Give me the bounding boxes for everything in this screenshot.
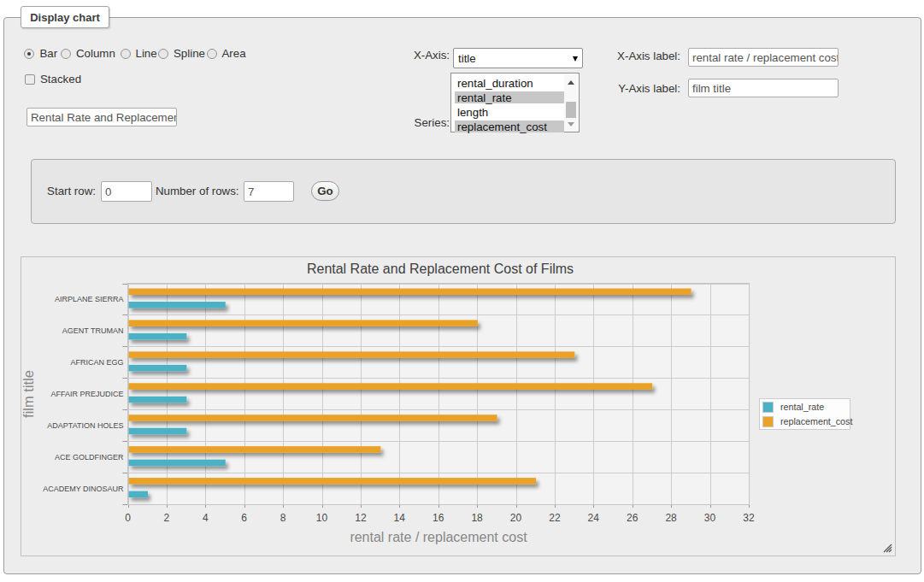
svg-text:replacement_cost: replacement_cost — [780, 416, 852, 426]
svg-text:28: 28 — [665, 512, 677, 524]
svg-text:6: 6 — [241, 512, 247, 524]
svg-text:ACE GOLDFINGER: ACE GOLDFINGER — [55, 453, 124, 461]
svg-text:rental rate / replacement cost: rental rate / replacement cost — [350, 530, 527, 544]
svg-text:26: 26 — [627, 512, 639, 524]
svg-text:film title: film title — [21, 370, 36, 418]
svg-text:Rental Rate and Replacement Co: Rental Rate and Replacement Cost of Film… — [307, 262, 574, 276]
svg-text:AIRPLANE SIERRA: AIRPLANE SIERRA — [55, 295, 124, 303]
svg-text:AGENT TRUMAN: AGENT TRUMAN — [62, 326, 124, 335]
svg-text:30: 30 — [704, 512, 716, 524]
svg-text:ADAPTATION HOLES: ADAPTATION HOLES — [47, 421, 123, 430]
svg-text:rental_rate: rental_rate — [780, 402, 824, 412]
svg-text:ACADEMY DINOSAUR: ACADEMY DINOSAUR — [43, 485, 124, 493]
svg-text:24: 24 — [588, 512, 600, 524]
svg-text:16: 16 — [433, 512, 444, 524]
svg-text:22: 22 — [549, 512, 561, 524]
svg-text:14: 14 — [394, 512, 406, 524]
svg-text:10: 10 — [316, 512, 328, 524]
svg-text:12: 12 — [355, 512, 367, 524]
svg-text:20: 20 — [510, 512, 522, 524]
svg-text:2: 2 — [164, 512, 170, 524]
svg-text:4: 4 — [203, 512, 209, 524]
svg-text:AFRICAN EGG: AFRICAN EGG — [70, 358, 123, 367]
svg-text:18: 18 — [471, 512, 483, 524]
svg-text:0: 0 — [125, 512, 131, 524]
svg-text:8: 8 — [280, 512, 286, 524]
svg-text:AFFAIR PREJUDICE: AFFAIR PREJUDICE — [50, 390, 123, 398]
svg-text:32: 32 — [743, 512, 755, 524]
